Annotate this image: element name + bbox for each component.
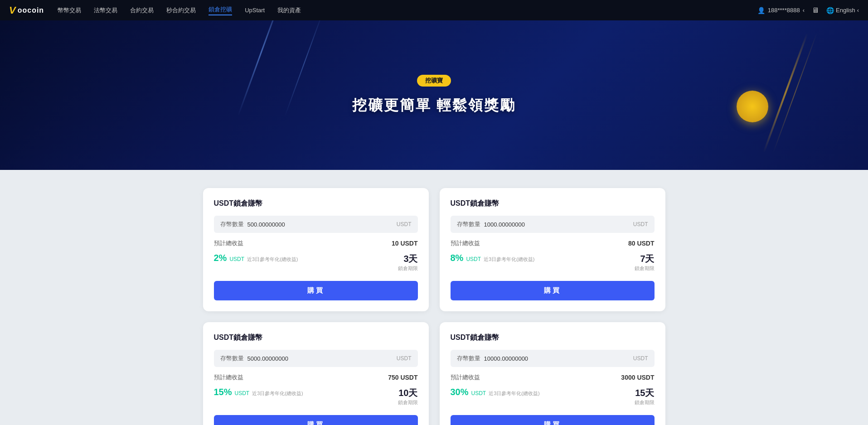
rate-currency-0: USDT — [229, 256, 244, 262]
card-title-1: USDT鎖倉賺幣 — [451, 199, 655, 208]
earnings-label-1: 預計總收益 — [451, 239, 480, 247]
earnings-label-2: 預計總收益 — [214, 373, 243, 382]
nav-item-fiat[interactable]: 法幣交易 — [94, 6, 117, 14]
earnings-label-3: 預計總收益 — [451, 373, 480, 382]
amount-label-3: 存幣數量 — [457, 354, 480, 362]
navbar: V oocoin 幣幣交易 法幣交易 合約交易 秒合約交易 鎖倉挖礦 UpSta… — [0, 0, 868, 20]
language-button[interactable]: 🌐 English ‹ — [826, 7, 859, 14]
nav-item-quick-contract[interactable]: 秒合約交易 — [166, 6, 196, 14]
main-content: USDT鎖倉賺幣 存幣數量 500.00000000 USDT 預計總收益 10… — [0, 170, 868, 425]
nav-item-mining[interactable]: 鎖倉挖礦 — [209, 5, 232, 15]
card-title-3: USDT鎖倉賺幣 — [451, 333, 655, 343]
rate-currency-1: USDT — [466, 256, 481, 262]
hero-title: 挖礦更簡單 輕鬆領獎勵 — [352, 96, 516, 116]
stats-row-0: 2% USDT 近3日參考年化(總收益) 3天 鎖倉期限 — [214, 253, 418, 272]
amount-row-0: 存幣數量 500.00000000 USDT — [214, 216, 418, 233]
language-label: English — [836, 7, 855, 14]
logo-letter: V — [9, 5, 16, 16]
earnings-row-3: 預計總收益 3000 USDT — [451, 373, 655, 382]
stats-row-3: 30% USDT 近3日參考年化(總收益) 15天 鎖倉期限 — [451, 387, 655, 406]
logo[interactable]: V oocoin — [9, 5, 44, 16]
username: 188****8888 — [768, 7, 800, 14]
product-card-2: USDT鎖倉賺幣 存幣數量 5000.00000000 USDT 預計總收益 7… — [203, 322, 429, 425]
rate-value-3: 30% — [451, 387, 469, 397]
buy-button-0[interactable]: 購買 — [214, 281, 418, 300]
rate-value-1: 8% — [451, 253, 464, 263]
amount-label-0: 存幣數量 — [220, 220, 244, 228]
amount-value-1: 1000.00000000 — [484, 221, 633, 228]
days-label-3: 鎖倉期限 — [635, 399, 655, 406]
rate-currency-2: USDT — [235, 390, 250, 396]
earnings-label-0: 預計總收益 — [214, 239, 243, 247]
earnings-value-3: 3000 USDT — [621, 374, 654, 381]
buy-button-3[interactable]: 購買 — [451, 415, 655, 425]
days-label-2: 鎖倉期限 — [398, 399, 418, 406]
earnings-value-0: 10 USDT — [392, 240, 418, 247]
stats-right-3: 15天 鎖倉期限 — [635, 387, 655, 406]
product-card-1: USDT鎖倉賺幣 存幣數量 1000.00000000 USDT 預計總收益 8… — [440, 188, 665, 311]
amount-currency-3: USDT — [633, 355, 648, 362]
earnings-row-0: 預計總收益 10 USDT — [214, 239, 418, 247]
navbar-right: 👤 188****8888 ‹ 🖥 🌐 English ‹ — [757, 6, 859, 14]
rate-value-0: 2% — [214, 253, 227, 263]
amount-row-3: 存幣數量 10000.00000000 USDT — [451, 350, 655, 367]
nav-item-upstart[interactable]: UpStart — [245, 7, 265, 14]
card-title-0: USDT鎖倉賺幣 — [214, 199, 418, 208]
user-chevron-icon: ‹ — [803, 7, 805, 14]
user-info[interactable]: 👤 188****8888 ‹ — [757, 7, 805, 14]
buy-button-2[interactable]: 購買 — [214, 415, 418, 425]
hero-content: 挖礦寶 挖礦更簡單 輕鬆領獎勵 — [352, 75, 516, 116]
earnings-value-2: 750 USDT — [388, 374, 417, 381]
decorative-line-2 — [773, 33, 817, 153]
nav-item-contract[interactable]: 合約交易 — [130, 6, 154, 14]
rate-label-0: 近3日參考年化(總收益) — [247, 256, 298, 263]
rate-label-3: 近3日參考年化(總收益) — [489, 390, 539, 397]
amount-value-2: 5000.00000000 — [247, 355, 397, 362]
logo-name: oocoin — [18, 6, 44, 14]
user-icon: 👤 — [757, 7, 765, 14]
amount-currency-0: USDT — [397, 221, 412, 227]
rate-label-1: 近3日參考年化(總收益) — [484, 256, 534, 263]
stats-left-0: 2% USDT 近3日參考年化(總收益) — [214, 253, 298, 263]
earnings-value-1: 80 USDT — [628, 240, 655, 247]
amount-label-1: 存幣數量 — [457, 220, 480, 228]
days-value-1: 7天 — [635, 253, 655, 265]
stats-right-1: 7天 鎖倉期限 — [635, 253, 655, 272]
hero-gold-circle — [737, 91, 768, 122]
days-value-3: 15天 — [635, 387, 655, 399]
stats-row-2: 15% USDT 近3日參考年化(總收益) 10天 鎖倉期限 — [214, 387, 418, 406]
rate-label-2: 近3日參考年化(總收益) — [252, 390, 303, 397]
nav-menu: 幣幣交易 法幣交易 合約交易 秒合約交易 鎖倉挖礦 UpStart 我的資產 — [58, 5, 757, 15]
earnings-row-1: 預計總收益 80 USDT — [451, 239, 655, 247]
notifications-button[interactable]: 🖥 — [812, 6, 819, 14]
amount-currency-1: USDT — [633, 221, 648, 227]
amount-value-3: 10000.00000000 — [484, 355, 633, 362]
days-value-2: 10天 — [398, 387, 418, 399]
stats-right-2: 10天 鎖倉期限 — [398, 387, 418, 406]
card-title-2: USDT鎖倉賺幣 — [214, 333, 418, 343]
earnings-row-2: 預計總收益 750 USDT — [214, 373, 418, 382]
stats-left-3: 30% USDT 近3日參考年化(總收益) — [451, 387, 540, 397]
rate-currency-3: USDT — [471, 390, 486, 396]
amount-label-2: 存幣數量 — [220, 354, 244, 362]
lang-chevron-icon: ‹ — [857, 7, 859, 14]
days-label-1: 鎖倉期限 — [635, 265, 655, 272]
globe-icon: 🌐 — [826, 7, 834, 14]
decorative-line-1 — [763, 33, 808, 153]
stats-right-0: 3天 鎖倉期限 — [398, 253, 418, 272]
rate-value-2: 15% — [214, 387, 232, 397]
amount-row-1: 存幣數量 1000.00000000 USDT — [451, 216, 655, 233]
hero-badge: 挖礦寶 — [417, 75, 451, 87]
product-card-3: USDT鎖倉賺幣 存幣數量 10000.00000000 USDT 預計總收益 … — [440, 322, 665, 425]
stats-left-1: 8% USDT 近3日參考年化(總收益) — [451, 253, 535, 263]
days-value-0: 3天 — [398, 253, 418, 265]
amount-row-2: 存幣數量 5000.00000000 USDT — [214, 350, 418, 367]
stats-row-1: 8% USDT 近3日參考年化(總收益) 7天 鎖倉期限 — [451, 253, 655, 272]
hero-banner: 挖礦寶 挖礦更簡單 輕鬆領獎勵 — [0, 20, 868, 170]
nav-item-spot[interactable]: 幣幣交易 — [58, 6, 81, 14]
buy-button-1[interactable]: 購買 — [451, 281, 655, 300]
product-card-0: USDT鎖倉賺幣 存幣數量 500.00000000 USDT 預計總收益 10… — [203, 188, 429, 311]
nav-item-assets[interactable]: 我的資產 — [277, 6, 301, 14]
amount-currency-2: USDT — [397, 355, 412, 362]
days-label-0: 鎖倉期限 — [398, 265, 418, 272]
